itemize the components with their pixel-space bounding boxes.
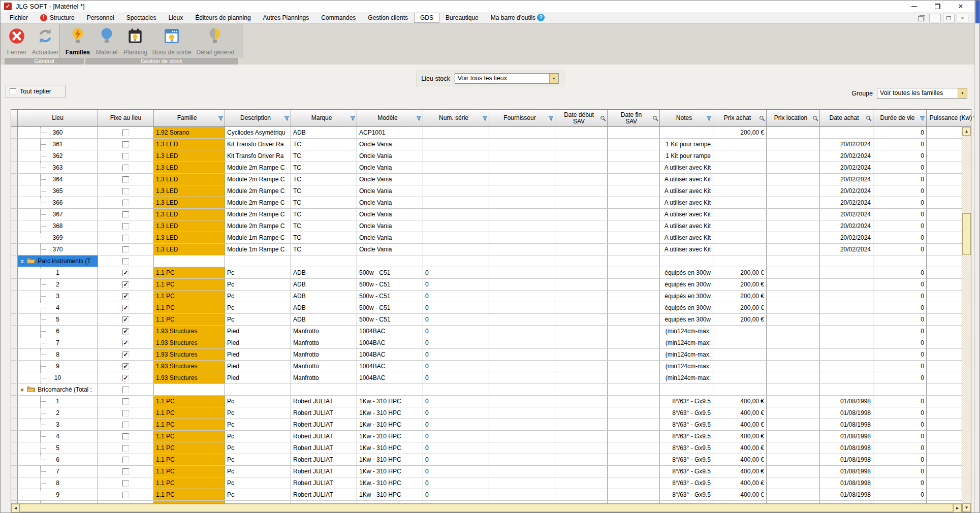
cell-marque[interactable]: TC	[291, 139, 357, 150]
fixe-checkbox[interactable]	[122, 422, 129, 428]
cell-lieu[interactable]: 365	[18, 185, 98, 197]
lieu-stock-select[interactable]: Voir tous les lieux ▼	[455, 73, 559, 84]
fixe-checkbox[interactable]	[122, 130, 129, 136]
cell-duree_vie[interactable]: 0	[873, 337, 927, 348]
cell-prix_location[interactable]	[767, 361, 820, 372]
cell-date_fin_sav[interactable]	[608, 197, 660, 208]
close-button[interactable]: ✕	[949, 1, 972, 12]
cell-notes[interactable]: 8°/63° - Gx9.5	[660, 477, 713, 489]
cell-marque[interactable]: TC	[291, 197, 357, 208]
cell-date_fin_sav[interactable]	[608, 477, 660, 489]
cell-date_achat[interactable]: 01/08/1998	[820, 407, 873, 419]
table-row[interactable]: 1✓1.1 PCPcADB500w - C510équipés en 300w2…	[11, 267, 962, 279]
cell-date_debut_sav[interactable]	[555, 361, 608, 372]
cell-fournisseur[interactable]	[489, 454, 555, 465]
cell-date_achat[interactable]	[820, 314, 873, 325]
cell-fournisseur[interactable]	[489, 127, 555, 138]
cell-date_fin_sav[interactable]	[608, 372, 660, 383]
cell-modele[interactable]: Oncle Vania	[357, 150, 423, 162]
cell-fournisseur[interactable]	[489, 361, 555, 372]
table-row[interactable]: 51.1 PCPcRobert JULIAT1Kw - 310 HPC08°/6…	[11, 442, 962, 454]
cell-num_serie[interactable]	[423, 384, 489, 395]
cell-modele[interactable]: Oncle Vania	[357, 244, 423, 255]
cell-marque[interactable]: TC	[291, 220, 357, 232]
fixe-checkbox[interactable]	[122, 246, 129, 253]
cell-famille[interactable]: 1.1 PC	[154, 431, 225, 442]
cell-modele[interactable]: 500w - C51	[357, 302, 423, 313]
cell-notes[interactable]: (min124cm-max:	[660, 349, 713, 360]
cell-prix_achat[interactable]	[713, 361, 767, 372]
cell-fournisseur[interactable]	[489, 302, 555, 313]
table-row[interactable]: 3641.3 LEDModule 2m Rampe CTCOncle Vania…	[11, 174, 962, 185]
cell-modele[interactable]: Oncle Vania	[357, 174, 423, 185]
cell-date_debut_sav[interactable]	[555, 477, 608, 489]
cell-puissance_kw[interactable]: 0	[927, 220, 962, 232]
menu-item-lieux[interactable]: Lieux	[162, 13, 189, 23]
cell-famille[interactable]: 1.1 PC	[154, 419, 225, 430]
cell-num_serie[interactable]: 0	[423, 302, 489, 313]
cell-prix_achat[interactable]: 400,00 €	[713, 396, 767, 407]
column-header-date_achat[interactable]: Date achat	[820, 110, 873, 126]
cell-description[interactable]	[225, 384, 291, 395]
cell-prix_achat[interactable]	[713, 174, 767, 185]
cell-fixe[interactable]	[98, 255, 154, 267]
cell-notes[interactable]: A utiliser avec Kit	[660, 244, 713, 255]
cell-fixe[interactable]: ✓	[98, 279, 154, 290]
horizontal-scroll-thumb[interactable]	[20, 504, 953, 512]
cell-puissance_kw[interactable]: 0	[927, 454, 962, 465]
cell-date_debut_sav[interactable]	[555, 454, 608, 465]
cell-notes[interactable]: A utiliser avec Kit	[660, 174, 713, 185]
cell-num_serie[interactable]: 0	[423, 291, 489, 302]
mat-riel-button[interactable]: Matériel	[92, 25, 121, 59]
cell-date_debut_sav[interactable]	[555, 291, 608, 302]
cell-lieu[interactable]: 362	[18, 150, 98, 162]
table-row[interactable]: 11.1 PCPcRobert JULIAT1Kw - 310 HPC08°/6…	[11, 396, 962, 407]
cell-fournisseur[interactable]	[489, 220, 555, 232]
cell-duree_vie[interactable]: 0	[873, 244, 927, 255]
cell-date_debut_sav[interactable]	[555, 220, 608, 232]
cell-modele[interactable]: 1Kw - 310 HPC	[357, 419, 423, 430]
filter-icon[interactable]	[284, 115, 290, 121]
cell-date_debut_sav[interactable]	[555, 489, 608, 500]
cell-famille[interactable]: 1.1 PC	[154, 454, 225, 465]
cell-puissance_kw[interactable]: 0	[927, 477, 962, 489]
cell-num_serie[interactable]	[423, 174, 489, 185]
familles-button[interactable]: Familles	[63, 25, 92, 59]
cell-puissance_kw[interactable]: 0	[927, 279, 962, 290]
cell-modele[interactable]	[357, 255, 423, 267]
cell-description[interactable]: Pied	[225, 326, 291, 337]
cell-duree_vie[interactable]: 0	[873, 174, 927, 185]
cell-date_debut_sav[interactable]	[555, 349, 608, 360]
cell-description[interactable]: Pc	[225, 407, 291, 419]
cell-prix_achat[interactable]	[713, 150, 767, 162]
column-header-date_debut_sav[interactable]: Date début SAV	[555, 110, 608, 126]
table-row[interactable]: 71.1 PCPcRobert JULIAT1Kw - 310 HPC08°/6…	[11, 466, 962, 477]
cell-date_achat[interactable]	[820, 127, 873, 138]
cell-duree_vie[interactable]: 0	[873, 431, 927, 442]
cell-duree_vie[interactable]	[873, 255, 927, 267]
cell-num_serie[interactable]	[423, 185, 489, 197]
column-header-num_serie[interactable]: Num. série	[423, 110, 489, 126]
cell-duree_vie[interactable]: 0	[873, 197, 927, 208]
fixe-checkbox[interactable]	[122, 492, 129, 498]
cell-prix_location[interactable]	[767, 326, 820, 337]
cell-famille[interactable]: 1.93 Structures	[154, 361, 225, 372]
cell-famille[interactable]: 1.3 LED	[154, 150, 225, 162]
cell-modele[interactable]: ACP1001	[357, 127, 423, 138]
fixe-checkbox[interactable]	[122, 258, 129, 265]
cell-lieu[interactable]: 8	[18, 477, 98, 489]
cell-prix_location[interactable]	[767, 209, 820, 220]
fixe-checkbox[interactable]	[122, 165, 129, 171]
cell-duree_vie[interactable]: 0	[873, 139, 927, 150]
fixe-checkbox[interactable]: ✓	[122, 363, 129, 370]
scroll-down-button[interactable]: ▼	[962, 503, 971, 512]
cell-marque[interactable]: Manfrotto	[291, 337, 357, 348]
table-row[interactable]: 6✓1.93 StructuresPiedManfrotto1004BAC0(m…	[11, 326, 962, 337]
cell-date_fin_sav[interactable]	[608, 361, 660, 372]
table-row[interactable]: 41.1 PCPcRobert JULIAT1Kw - 310 HPC08°/6…	[11, 431, 962, 442]
fixe-checkbox[interactable]	[122, 153, 129, 159]
cell-description[interactable]: Pied	[225, 349, 291, 360]
cell-prix_achat[interactable]: 400,00 €	[713, 454, 767, 465]
cell-fournisseur[interactable]	[489, 489, 555, 500]
cell-fournisseur[interactable]	[489, 431, 555, 442]
